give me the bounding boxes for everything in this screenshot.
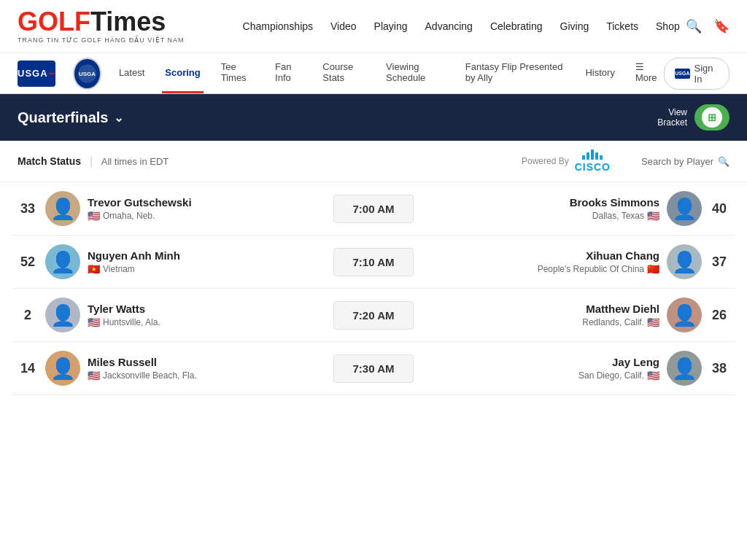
tee-time-2: 7:20 AM xyxy=(333,301,414,330)
player-left-3: 14 👤 Miles Russell 🇺🇸 Jacksonville Beach… xyxy=(18,351,333,386)
right-avatar-0: 👤 xyxy=(667,191,702,226)
left-seed-1: 52 xyxy=(18,254,38,270)
view-bracket-line2: Bracket xyxy=(657,117,687,128)
sub-nav-course-stats[interactable]: Course Stats xyxy=(320,48,368,98)
right-name-0: Brooks Simmons xyxy=(570,196,659,209)
sub-nav-fantasy-flip[interactable]: Fantasy Flip Presented by Ally xyxy=(462,48,568,98)
nav-playing[interactable]: Playing xyxy=(374,20,408,32)
tee-time-0: 7:00 AM xyxy=(333,195,414,223)
nav-advancing[interactable]: Advancing xyxy=(425,20,473,32)
player-left-0: 33 👤 Trevor Gutschewski 🇺🇸 Omaha, Neb. xyxy=(18,191,333,226)
logo-golf: GOLF xyxy=(18,7,90,36)
svg-text:USGA: USGA xyxy=(79,71,96,77)
nav-celebrating[interactable]: Celebrating xyxy=(490,20,543,32)
cisco-bar-2 xyxy=(587,152,589,160)
right-seed-3: 38 xyxy=(709,361,729,376)
left-name-0: Trevor Gutschewski xyxy=(88,196,192,209)
usga-nav-bar: USGA USGA Latest Scoring Tee Times Fan I… xyxy=(0,53,747,94)
left-avatar-0: 👤 xyxy=(45,191,80,226)
search-player-icon[interactable]: 🔍 xyxy=(718,156,729,167)
right-name-1: Xihuan Chang xyxy=(538,249,659,262)
left-location-0: 🇺🇸 Omaha, Neb. xyxy=(88,210,192,222)
right-seed-1: 37 xyxy=(709,254,729,270)
matches-container: 33 👤 Trevor Gutschewski 🇺🇸 Omaha, Neb. 7… xyxy=(0,182,747,395)
right-flag-2: 🇺🇸 xyxy=(647,316,659,328)
main-nav: Championships Video Playing Advancing Ce… xyxy=(243,20,680,32)
nav-shop[interactable]: Shop xyxy=(656,20,680,32)
powered-by: Powered By CISCO xyxy=(522,149,611,173)
player-right-1: Xihuan Chang People's Republic Of China … xyxy=(414,244,729,279)
right-location-1: People's Republic Of China 🇨🇳 xyxy=(538,263,659,275)
right-flag-3: 🇺🇸 xyxy=(647,370,659,381)
cisco-logo: CISCO xyxy=(575,149,611,173)
separator: | xyxy=(90,155,93,167)
sub-nav-viewing-schedule[interactable]: Viewing Schedule xyxy=(383,48,448,98)
nav-video[interactable]: Video xyxy=(330,20,357,32)
match-status-label: Match Status xyxy=(18,155,81,167)
left-flag-2: 🇺🇸 xyxy=(88,316,100,328)
player-right-2: Matthew Diehl Redlands, Calif. 🇺🇸 👤 26 xyxy=(414,298,729,332)
sub-nav-fan-info[interactable]: Fan Info xyxy=(272,48,305,98)
nav-championships[interactable]: Championships xyxy=(243,20,314,32)
quarterfinals-title: Quarterfinals xyxy=(18,109,108,126)
powered-by-label: Powered By xyxy=(522,156,569,166)
right-seed-2: 26 xyxy=(709,308,729,323)
match-row: 52 👤 Nguyen Anh Minh 🇻🇳 Vietnam 7:10 AM … xyxy=(12,236,735,289)
right-flag-0: 🇺🇸 xyxy=(647,210,659,222)
left-seed-3: 14 xyxy=(18,361,38,376)
right-avatar-2: 👤 xyxy=(667,298,702,332)
right-avatar-3: 👤 xyxy=(667,351,702,386)
player-left-2: 2 👤 Tyler Watts 🇺🇸 Huntsville, Ala. xyxy=(18,298,333,332)
cisco-bar-5 xyxy=(600,155,603,160)
tee-time-3: 7:30 AM xyxy=(333,354,414,383)
sub-nav-tee-times[interactable]: Tee Times xyxy=(218,48,258,98)
left-avatar-3: 👤 xyxy=(45,351,80,386)
right-avatar-1: 👤 xyxy=(667,244,702,279)
chevron-down-icon[interactable]: ⌄ xyxy=(114,111,123,125)
signin-logo: USGA xyxy=(675,69,689,79)
svg-point-0 xyxy=(48,73,55,75)
sub-nav-more[interactable]: ☰ More xyxy=(632,48,664,98)
cisco-bar-4 xyxy=(595,152,598,160)
right-location-3: San Diego, Calif. 🇺🇸 xyxy=(578,370,659,381)
quarterfinals-label: Quarterfinals ⌄ xyxy=(18,109,123,126)
left-seed-2: 2 xyxy=(18,308,38,323)
left-name-3: Miles Russell xyxy=(88,356,197,368)
left-flag-1: 🇻🇳 xyxy=(88,263,100,275)
player-left-1: 52 👤 Nguyen Anh Minh 🇻🇳 Vietnam xyxy=(18,244,333,279)
nav-tickets[interactable]: Tickets xyxy=(606,20,638,32)
left-name-1: Nguyen Anh Minh xyxy=(88,249,180,262)
sign-in-label: Sign In xyxy=(694,63,719,85)
left-location-1: 🇻🇳 Vietnam xyxy=(88,263,180,275)
match-row: 2 👤 Tyler Watts 🇺🇸 Huntsville, Ala. 7:20… xyxy=(12,289,735,342)
cisco-bar-1 xyxy=(582,155,585,160)
bracket-toggle-button[interactable]: ⊞ xyxy=(694,104,729,131)
search-player-label: Search by Player xyxy=(641,156,713,167)
left-flag-3: 🇺🇸 xyxy=(88,370,100,381)
sign-in-button[interactable]: USGA Sign In xyxy=(664,58,729,90)
search-icon[interactable]: 🔍 xyxy=(686,18,702,34)
bookmark-icon[interactable]: 🔖 xyxy=(713,18,729,34)
sub-nav: Latest Scoring Tee Times Fan Info Course… xyxy=(116,48,664,98)
left-flag-0: 🇺🇸 xyxy=(88,210,100,222)
nav-giving[interactable]: Giving xyxy=(560,20,589,32)
left-seed-0: 33 xyxy=(18,201,38,217)
left-location-2: 🇺🇸 Huntsville, Ala. xyxy=(88,316,160,328)
right-name-3: Jay Leng xyxy=(578,356,659,368)
left-avatar-2: 👤 xyxy=(45,298,80,332)
right-name-2: Matthew Diehl xyxy=(582,303,659,315)
sub-nav-scoring[interactable]: Scoring xyxy=(162,54,203,93)
times-note: All times in EDT xyxy=(101,156,169,167)
logo-times: Times xyxy=(90,7,166,36)
logo-sub: TRANG TIN TỨC GOLF HÀNG ĐẦU VIỆT NAM xyxy=(18,36,185,44)
left-name-2: Tyler Watts xyxy=(88,303,160,315)
sub-nav-latest[interactable]: Latest xyxy=(116,54,147,93)
sub-nav-history[interactable]: History xyxy=(582,54,617,93)
left-avatar-1: 👤 xyxy=(45,244,80,279)
cisco-text: CISCO xyxy=(575,161,611,173)
match-status-bar: Match Status | All times in EDT Powered … xyxy=(0,141,747,182)
player-right-0: Brooks Simmons Dallas, Texas 🇺🇸 👤 40 xyxy=(414,191,729,226)
match-row: 33 👤 Trevor Gutschewski 🇺🇸 Omaha, Neb. 7… xyxy=(12,182,735,236)
search-player[interactable]: Search by Player 🔍 xyxy=(641,156,729,167)
cisco-bar-3 xyxy=(591,149,594,160)
